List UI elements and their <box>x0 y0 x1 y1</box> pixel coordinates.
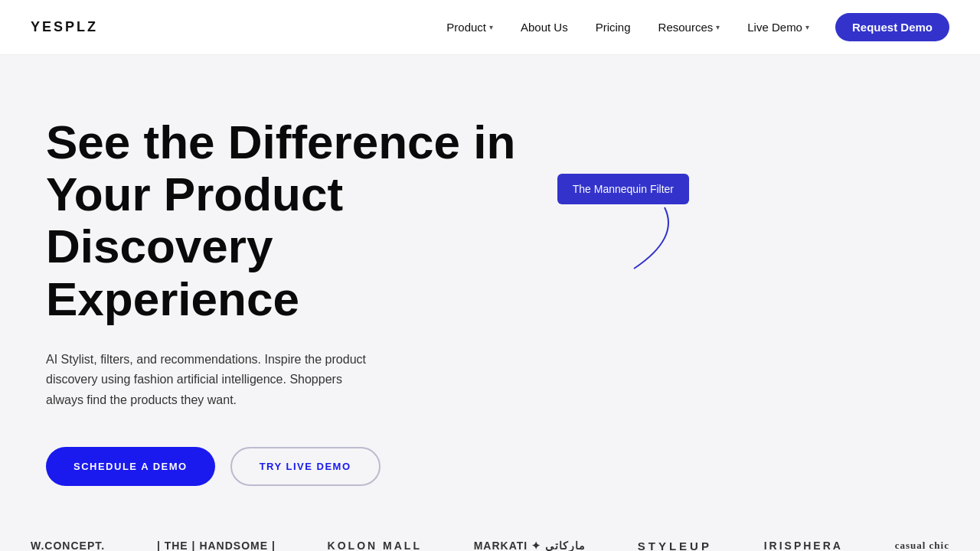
hero-buttons: SCHEDULE A DEMO TRY LIVE DEMO <box>46 447 934 486</box>
logo-styleup: STYLEUP <box>638 540 712 551</box>
nav-links: Product ▾ About Us Pricing Resources ▾ L… <box>436 13 949 41</box>
annotation-line <box>619 207 680 279</box>
logos-bar: W.CONCEPT. | THE | HANDSOME | KOLON MALL… <box>0 517 980 551</box>
nav-item-live-demo[interactable]: Live Demo ▾ <box>737 15 820 40</box>
schedule-demo-button[interactable]: SCHEDULE A DEMO <box>46 447 215 486</box>
hero-headline: See the Difference in Your Product Disco… <box>46 116 521 325</box>
logo-markati: MARKATI ✦ ماركاتي <box>474 540 586 551</box>
nav-item-resources[interactable]: Resources ▾ <box>648 15 731 40</box>
chevron-down-icon: ▾ <box>716 23 720 31</box>
logo-handsome: | THE | HANDSOME | <box>157 540 276 551</box>
hero-section: See the Difference in Your Product Disco… <box>0 55 980 517</box>
logo-wconcept: W.CONCEPT. <box>31 540 105 551</box>
try-live-demo-button[interactable]: TRY LIVE DEMO <box>230 447 381 486</box>
nav-item-product[interactable]: Product ▾ <box>436 15 504 40</box>
annotation-bubble: The Mannequin Filter <box>557 174 689 204</box>
hero-subtext: AI Stylist, filters, and recommendations… <box>46 350 375 410</box>
logo-kolon: KOLON MALL <box>328 540 422 551</box>
logo-irisphera: IRISPHERA <box>764 540 843 551</box>
mannequin-annotation: The Mannequin Filter <box>557 174 689 204</box>
nav-item-about[interactable]: About Us <box>510 15 579 40</box>
chevron-down-icon: ▾ <box>489 23 493 31</box>
request-demo-button[interactable]: Request Demo <box>835 13 949 41</box>
navbar: YESPLZ Product ▾ About Us Pricing Resour… <box>0 0 980 55</box>
site-logo[interactable]: YESPLZ <box>31 19 98 35</box>
logo-casualchic: casual chic <box>895 540 949 551</box>
nav-item-pricing[interactable]: Pricing <box>585 15 642 40</box>
chevron-down-icon: ▾ <box>805 23 809 31</box>
